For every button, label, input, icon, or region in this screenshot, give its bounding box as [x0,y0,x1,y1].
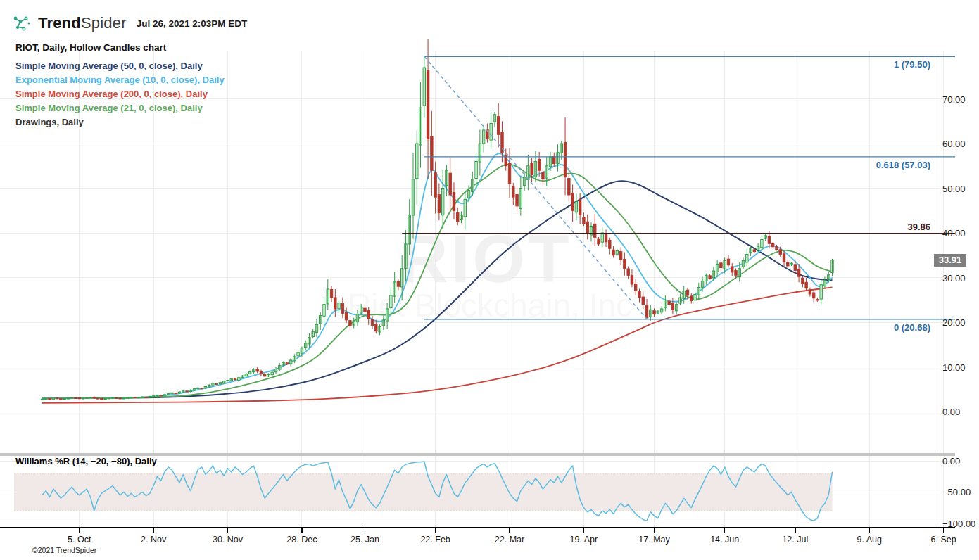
last-price-badge: 33.91 [934,254,966,267]
overlay-line-sma200 [42,287,833,402]
price-axis-tick: 40.00 [942,228,966,238]
price-axis-tick: 50.00 [942,183,966,193]
legend-item-5[interactable]: Drawings, Daily [15,117,84,127]
trendspider-chart-app: RIOT Riot Blockchain, Inc TrendSpider Ju… [0,0,979,560]
price-axis-tick: 30.00 [942,272,966,283]
williams-r-legend[interactable]: Williams %R (14, −20, −80), Daily [15,456,157,466]
price-axis-tick: 10.00 [942,362,966,372]
x-axis-label: 22. Feb [420,535,450,545]
x-axis-label: 9. Aug [857,535,881,545]
x-axis-label: 5. Oct [68,535,91,545]
price-axis-tick: 20.00 [942,317,966,328]
williams-axis-tick: −50.00 [942,487,971,497]
x-axis-label: 25. Jan [350,535,379,545]
x-axis-label: 14. Jun [710,535,739,545]
copyright-footer: ©2021 TrendSpider [32,546,96,554]
price-alert-label[interactable]: 39.86 [907,222,930,232]
fib-level-label[interactable]: 0.618 (57.03) [876,160,930,170]
price-axis-tick: 60.00 [942,139,966,149]
fib-level-label[interactable]: 1 (79.50) [894,59,930,70]
chart-title[interactable]: RIOT, Daily, Hollow Candles chart [15,42,166,53]
x-axis-label: 28. Dec [286,535,317,545]
x-axis-label: 17. May [638,535,669,545]
logo-text-light[interactable]: Spider [81,14,127,32]
header: TrendSpider Jul 26, 2021 2:03PM EDT [11,13,247,34]
x-axis-label: 30. Nov [213,535,243,545]
legend-item-4[interactable]: Simple Moving Average (21, 0, close), Da… [15,103,203,113]
logo-text-bold[interactable]: Trend [38,14,81,32]
legend-item-2[interactable]: Exponential Moving Average (10, 0, close… [15,75,225,85]
x-axis-label: 2. Nov [141,535,166,545]
fib-level-label[interactable]: 0 (20.68) [894,322,930,333]
price-axis-tick: 0.00 [942,407,960,417]
x-axis-label: 12. Jul [782,535,808,545]
chart-timestamp: Jul 26, 2021 2:03PM EDT [137,18,248,29]
x-axis-label: 22. Mar [495,535,524,545]
legend-item-1[interactable]: Simple Moving Average (50, 0, close), Da… [15,61,203,71]
overlay-line-sma50 [42,181,833,397]
price-axis-tick: 70.00 [942,94,966,104]
x-axis-label: 19. Apr [570,535,598,545]
legend-item-3[interactable]: Simple Moving Average (200, 0, close), D… [15,89,208,99]
williams-axis-tick: −100.00 [942,518,975,528]
trendspider-logo-icon[interactable] [11,13,32,34]
x-axis-label: 6. Sep [931,535,956,545]
williams-axis-tick: 0.00 [942,456,960,466]
